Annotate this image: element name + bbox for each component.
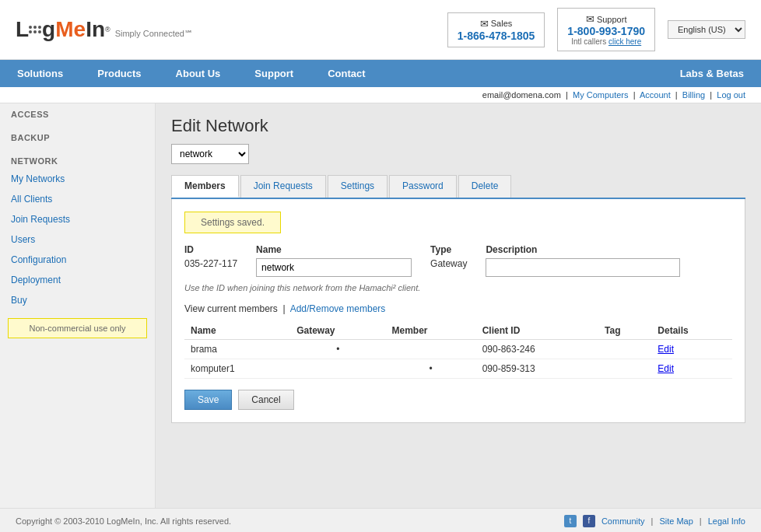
row2-member: • [386,359,476,379]
col-tag: Tag [598,322,651,340]
header: L g Me In ® Simply Connected℠ [0,0,761,60]
col-member: Member [386,322,476,340]
description-col: Description [486,244,680,277]
sales-phone[interactable]: 1-866-478-1805 [458,30,535,42]
tab-password[interactable]: Password [389,175,457,198]
members-table: Name Gateway Member Client ID Tag Detail… [184,322,732,379]
type-value: Gateway [430,258,467,269]
sidebar-item-my-networks[interactable]: My Networks [0,169,155,189]
top-nav: Solutions Products About Us Support Cont… [0,60,761,87]
settings-saved-banner: Settings saved. [184,212,732,244]
nav-contact[interactable]: Contact [310,60,382,87]
non-commercial-badge: Non-commercial use only [8,318,147,338]
save-button[interactable]: Save [184,390,232,410]
type-label: Type [430,244,467,255]
logo-dots [29,26,41,33]
col-details: Details [651,322,732,340]
hint-text: Use the ID when joining this network fro… [184,283,732,292]
row2-tag [598,359,651,379]
footer-copyright: Copyright © 2003-2010 LogMeIn, Inc. All … [16,516,231,526]
logo: L g Me In ® Simply Connected℠ [16,17,193,42]
community-link[interactable]: Community [601,516,645,526]
nav-products[interactable]: Products [80,60,158,87]
name-input[interactable] [256,258,412,277]
sidebar-item-users[interactable]: Users [0,229,155,250]
col-gateway: Gateway [290,322,385,340]
row2-client-id: 090-859-313 [476,359,598,379]
footer-links: t f Community | Site Map | Legal Info [564,515,745,527]
type-col: Type Gateway [430,244,467,269]
row1-client-id: 090-863-246 [476,340,598,359]
site-map-link[interactable]: Site Map [659,516,693,526]
form-buttons: Save Cancel [184,390,732,410]
support-phone[interactable]: 1-800-993-1790 [567,25,645,37]
table-row: brama • 090-863-246 Edit [184,340,732,359]
sidebar-section-access: ACCESS [0,103,155,122]
main-layout: ACCESS BACKUP NETWORK My Networks All Cl… [0,103,761,508]
logout-link[interactable]: Log out [717,90,745,100]
sidebar-item-buy[interactable]: Buy [0,290,155,310]
sidebar-item-all-clients[interactable]: All Clients [0,189,155,209]
row2-name: komputer1 [184,359,290,379]
description-input[interactable] [486,258,680,277]
id-value: 035-227-117 [184,258,237,269]
sidebar: ACCESS BACKUP NETWORK My Networks All Cl… [0,103,156,508]
network-dropdown[interactable]: network [171,144,249,164]
sales-box: ✉ Sales 1-866-478-1805 [447,12,545,47]
row1-edit-link[interactable]: Edit [658,344,674,355]
add-remove-link[interactable]: Add/Remove members [290,303,386,314]
logo-in: In [86,17,105,42]
tab-delete[interactable]: Delete [458,175,512,198]
row1-tag [598,340,651,359]
sidebar-section-backup: BACKUP [0,127,155,145]
settings-saved-text: Settings saved. [184,212,281,233]
row2-edit-link[interactable]: Edit [658,363,674,374]
legal-info-link[interactable]: Legal Info [708,516,745,526]
view-current-label: View current members [184,303,278,314]
row1-details: Edit [651,340,732,359]
form-row: ID 035-227-117 Name Type Gateway Descrip… [184,244,732,277]
name-label: Name [256,244,412,255]
support-icon: ✉ [586,13,594,25]
cancel-button[interactable]: Cancel [238,390,293,410]
phone-icon: ✉ [480,18,489,30]
click-here-link[interactable]: click here [608,37,641,46]
logo-og: g [42,17,55,42]
twitter-icon: t [564,515,577,527]
sidebar-item-configuration[interactable]: Configuration [0,250,155,270]
row1-gateway: • [290,340,385,359]
tab-settings[interactable]: Settings [328,175,388,198]
nav-support[interactable]: Support [237,60,310,87]
content-area: Edit Network network Members Join Reques… [156,103,761,508]
sales-label: Sales [491,19,513,28]
nav-solutions[interactable]: Solutions [0,60,80,87]
intl-info: Intl callers click here [571,37,641,46]
header-contacts: ✉ Sales 1-866-478-1805 ✉ Support 1-800-9… [447,8,745,51]
logo-l: L [16,17,29,42]
user-email: email@domena.com [482,90,561,100]
sidebar-section-network: NETWORK [0,150,155,169]
support-label: Support [597,15,627,24]
my-computers-link[interactable]: My Computers [573,90,629,100]
account-link[interactable]: Account [640,90,671,100]
id-col: ID 035-227-117 [184,244,237,269]
nav-about-us[interactable]: About Us [159,60,238,87]
billing-link[interactable]: Billing [682,90,705,100]
tab-join-requests[interactable]: Join Requests [240,175,326,198]
network-select-row: network [171,144,745,164]
sidebar-item-deployment[interactable]: Deployment [0,270,155,290]
footer: Copyright © 2003-2010 LogMeIn, Inc. All … [0,508,761,532]
tab-members[interactable]: Members [171,175,239,198]
row1-member [386,340,476,359]
row1-name: brama [184,340,290,359]
logo-tagline: Simply Connected℠ [115,29,193,39]
name-col: Name [256,244,412,277]
table-row: komputer1 • 090-859-313 Edit [184,359,732,379]
sidebar-item-join-requests[interactable]: Join Requests [0,209,155,229]
user-bar: email@domena.com | My Computers | Accoun… [0,87,761,103]
description-label: Description [486,244,680,255]
language-select[interactable]: English (US) [668,20,745,39]
id-label: ID [184,244,237,255]
nav-labs-betas[interactable]: Labs & Betas [663,60,761,87]
support-box: ✉ Support 1-800-993-1790 Intl callers cl… [557,8,655,51]
